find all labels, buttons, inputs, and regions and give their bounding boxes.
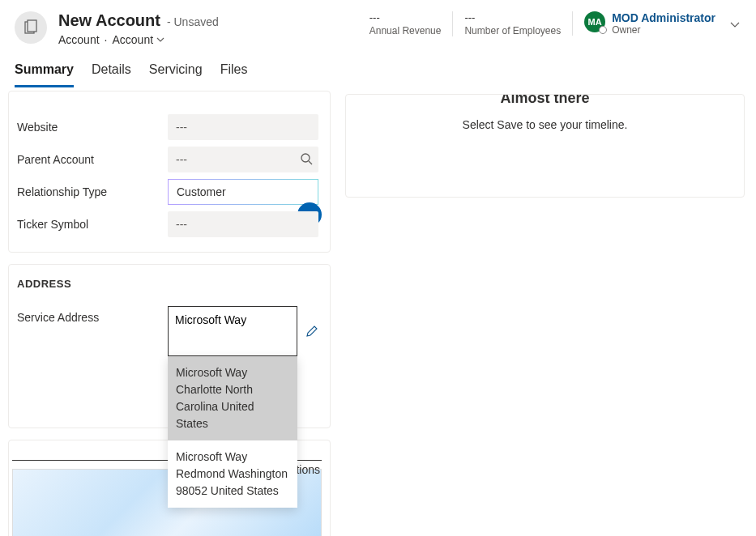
annual-revenue-field[interactable]: --- Annual Revenue <box>358 11 453 36</box>
parent-account-label: Parent Account <box>12 153 161 166</box>
annual-revenue-label: Annual Revenue <box>369 25 442 36</box>
header-expand-button[interactable] <box>728 18 741 31</box>
website-label: Website <box>12 121 161 134</box>
lookup-search-button[interactable] <box>299 151 314 166</box>
address-suggestions: Microsoft Way Charlotte North Carolina U… <box>168 356 297 508</box>
svg-rect-1 <box>28 20 36 32</box>
tab-summary[interactable]: Summary <box>15 56 74 87</box>
presence-icon <box>599 26 607 34</box>
record-header: New Account - Unsaved Account · Account … <box>0 0 756 53</box>
num-employees-label: Number of Employees <box>464 25 561 36</box>
parent-account-input[interactable] <box>168 147 318 172</box>
chevron-down-icon <box>728 18 741 31</box>
tab-details[interactable]: Details <box>92 56 131 87</box>
title-block: New Account - Unsaved Account · Account <box>58 11 219 46</box>
account-info-section: Website Parent Account Relationship Type <box>8 91 331 253</box>
timeline-subtitle: Select Save to see your timeline. <box>361 118 729 131</box>
pencil-icon <box>305 325 318 338</box>
relationship-type-label: Relationship Type <box>12 185 161 198</box>
separator-dot: · <box>105 33 108 46</box>
owner-label: Owner <box>612 24 715 36</box>
owner-avatar: MA <box>584 11 605 32</box>
header-fields: --- Annual Revenue --- Number of Employe… <box>358 11 741 36</box>
edit-address-button[interactable] <box>305 325 318 338</box>
tab-files[interactable]: Files <box>220 56 248 87</box>
num-employees-value: --- <box>464 11 561 23</box>
form-switcher[interactable]: Account <box>112 33 164 46</box>
entity-avatar-icon <box>15 11 47 44</box>
page-title: New Account <box>58 11 160 30</box>
ticker-symbol-input[interactable] <box>168 211 318 237</box>
num-employees-field[interactable]: --- Number of Employees <box>452 11 572 36</box>
suggestion-item-0[interactable]: Microsoft Way Charlotte North Carolina U… <box>168 356 297 440</box>
ticker-symbol-label: Ticker Symbol <box>12 218 161 231</box>
timeline-title: Almost there <box>361 94 729 107</box>
account-icon <box>23 19 39 36</box>
owner-initials: MA <box>588 17 602 27</box>
chevron-down-icon <box>156 36 164 44</box>
service-address-input[interactable] <box>168 306 297 356</box>
entity-type-label: Account <box>58 33 100 46</box>
website-input[interactable] <box>168 114 318 140</box>
suggestion-item-1[interactable]: Microsoft Way Redmond Washington 98052 U… <box>168 440 297 508</box>
tab-bar: Summary Details Servicing Files <box>0 56 756 87</box>
relationship-type-input[interactable] <box>168 179 318 205</box>
owner-field[interactable]: MA MOD Administrator Owner <box>572 11 724 36</box>
svg-point-2 <box>301 154 310 162</box>
tab-servicing[interactable]: Servicing <box>149 56 203 87</box>
annual-revenue-value: --- <box>369 11 442 23</box>
owner-name: MOD Administrator <box>612 11 715 24</box>
form-switcher-label: Account <box>112 33 153 46</box>
address-section-title: ADDRESS <box>12 273 318 303</box>
search-icon <box>299 151 314 166</box>
address-section: ADDRESS Service Address Microsoft Way Ch… <box>8 264 331 428</box>
service-address-label: Service Address <box>12 306 161 324</box>
timeline-panel: Almost there Select Save to see your tim… <box>345 94 745 198</box>
svg-line-3 <box>309 161 312 164</box>
unsaved-indicator: - Unsaved <box>167 15 219 28</box>
